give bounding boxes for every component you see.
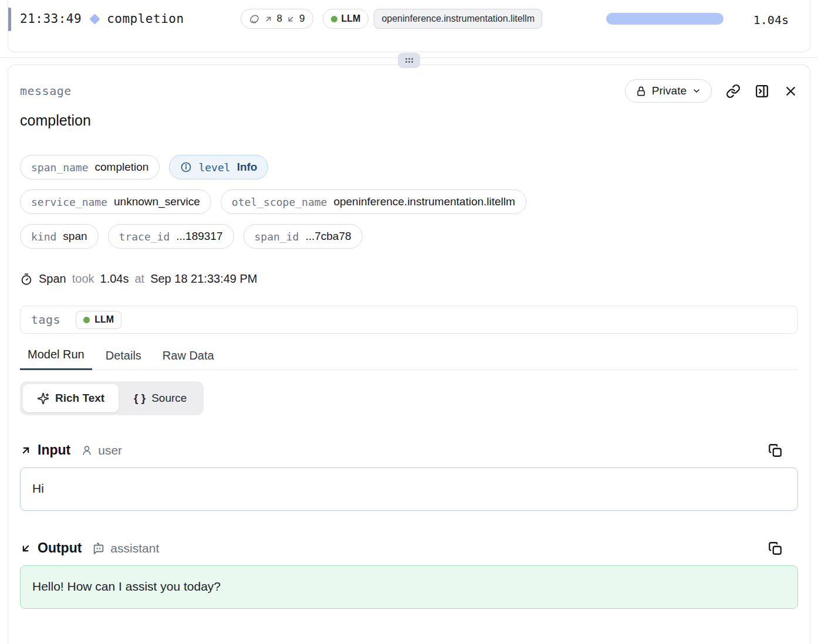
copy-input-button[interactable]	[768, 443, 783, 458]
green-dot-icon	[331, 16, 337, 22]
chip-value: Info	[237, 161, 258, 174]
timer-icon	[20, 273, 33, 286]
rich-text-label: Rich Text	[55, 392, 104, 405]
arrow-down-left-icon	[20, 543, 32, 554]
panel-resizer	[0, 52, 818, 65]
visibility-label: Private	[652, 84, 687, 97]
visibility-dropdown[interactable]: Private	[625, 79, 712, 103]
copy-output-button[interactable]	[768, 541, 783, 556]
output-header: Output assistant	[20, 540, 798, 556]
arrow-up-right-icon	[264, 15, 273, 23]
header-actions: Private	[625, 79, 798, 103]
trace-row-duration: 1.04s	[753, 13, 789, 27]
chip-value: completion	[95, 161, 149, 174]
duration-value: 1.04s	[100, 272, 129, 286]
input-content-box: Hi	[20, 467, 798, 511]
chip-key: kind	[31, 231, 56, 243]
tag-pill-llm: LLM	[76, 311, 121, 329]
info-icon	[180, 161, 192, 173]
copy-icon	[768, 443, 783, 458]
input-title: Input	[38, 442, 70, 458]
chip-key: trace_id	[119, 231, 170, 243]
sparkles-icon	[37, 392, 49, 405]
arrow-down-left-icon	[286, 15, 295, 23]
user-icon	[81, 445, 93, 456]
chip-otel-scope-name: otel_scope_name openinference.instrument…	[221, 189, 526, 214]
copy-icon	[768, 541, 783, 556]
tokens-in-count: 8	[277, 13, 282, 25]
page-title: completion	[20, 112, 798, 129]
bot-icon	[92, 542, 105, 555]
span-word: Span	[39, 272, 66, 286]
tab-raw-data[interactable]: Raw Data	[155, 348, 222, 370]
trace-row-time: 21:33:49	[20, 12, 82, 26]
tokens-out-count: 9	[299, 13, 305, 25]
at-word: at	[134, 272, 144, 286]
chip-key: level	[198, 161, 230, 174]
latency-bar	[606, 13, 724, 25]
link-icon	[726, 84, 741, 99]
input-role: user	[81, 443, 122, 457]
tab-model-run[interactable]: Model Run	[20, 348, 92, 370]
chip-service-name: service_name unknown_service	[20, 189, 211, 214]
chip-span-name: span_name completion	[20, 155, 160, 179]
source-label: Source	[151, 392, 187, 405]
tab-details[interactable]: Details	[98, 348, 149, 370]
chip-value: unknown_service	[114, 195, 200, 208]
rich-text-toggle[interactable]: Rich Text	[23, 384, 119, 412]
output-role: assistant	[92, 541, 159, 555]
span-diamond-icon	[89, 13, 100, 24]
chip-row-2: service_name unknown_service otel_scope_…	[20, 189, 798, 214]
chevron-down-icon	[692, 86, 701, 96]
output-content-box: Hello! How can I assist you today?	[20, 565, 798, 609]
input-header: Input user	[20, 442, 798, 458]
input-role-label: user	[98, 443, 122, 457]
timestamp-value: Sep 18 21:33:49 PM	[150, 272, 257, 286]
span-detail-panel: message Private	[8, 65, 810, 644]
chip-span-id: span_id ...7cba78	[244, 224, 363, 249]
source-toggle[interactable]: { } Source	[120, 384, 201, 412]
chip-value: ...7cba78	[305, 230, 351, 243]
green-dot-icon	[83, 317, 90, 323]
selected-row-indicator	[8, 8, 11, 31]
expand-panel-button[interactable]	[755, 84, 769, 99]
tags-editor[interactable]: tags LLM	[20, 306, 798, 334]
chip-key: span_id	[255, 231, 299, 243]
screen: 21:33:49 completion 8 9	[0, 0, 818, 644]
drag-handle[interactable]	[398, 53, 420, 68]
braces-icon: { }	[134, 392, 146, 405]
tab-bar: Model Run Details Raw Data	[20, 348, 798, 370]
trace-list: 21:33:49 completion 8 9	[8, 0, 810, 52]
trace-row-name: completion	[107, 12, 184, 26]
chip-trace-id: trace_id ...189317	[108, 224, 234, 249]
took-word: took	[72, 272, 94, 286]
observation-type-label: message	[20, 84, 72, 98]
chip-key: service_name	[31, 196, 107, 208]
trace-row-completion[interactable]: 21:33:49 completion 8 9	[8, 0, 810, 38]
llm-tag-badge: LLM	[323, 9, 369, 29]
lock-icon	[636, 86, 647, 97]
chip-key: otel_scope_name	[232, 196, 327, 208]
llm-tag-label: LLM	[342, 13, 361, 24]
token-usage-badge: 8 9	[241, 9, 313, 29]
span-duration-line: Span took 1.04s at Sep 18 21:33:49 PM	[20, 272, 798, 286]
chip-value: span	[63, 230, 87, 243]
output-title: Output	[38, 540, 82, 556]
view-mode-toggle: Rich Text { } Source	[20, 381, 204, 415]
close-panel-button[interactable]	[783, 84, 798, 99]
output-role-label: assistant	[110, 541, 159, 555]
otel-scope-badge: openinference.instrumentation.litellm	[374, 9, 542, 29]
panel-right-open-icon	[755, 84, 769, 99]
chip-kind: kind span	[20, 224, 99, 249]
chip-key: span_name	[31, 161, 89, 174]
arrow-up-right-icon	[20, 445, 32, 456]
panel-header: message Private	[20, 79, 798, 103]
copy-link-button[interactable]	[726, 84, 741, 99]
chip-value: openinference.instrumentation.litellm	[333, 195, 515, 208]
tags-label: tags	[31, 313, 60, 327]
tag-pill-label: LLM	[94, 314, 114, 325]
chip-value: ...189317	[176, 230, 222, 243]
chip-level: level Info	[169, 155, 268, 179]
chip-row-1: span_name completion level Info	[20, 155, 798, 179]
close-icon	[783, 84, 798, 99]
